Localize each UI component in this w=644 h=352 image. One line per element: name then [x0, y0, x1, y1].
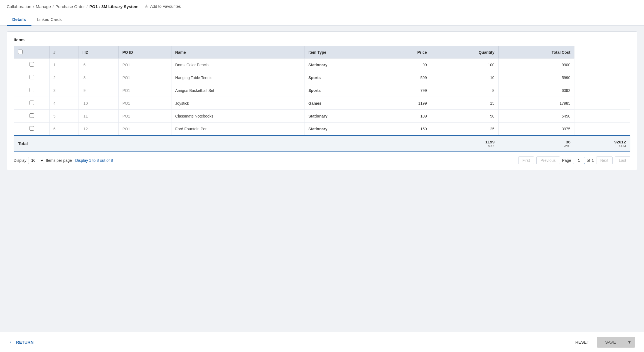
items-per-page-select[interactable]: 10 5 20 50 100	[28, 157, 44, 164]
row-price: 599	[381, 71, 431, 84]
pagination-right: First Previous Page of 1 Next Last	[518, 157, 630, 164]
select-all-checkbox[interactable]	[18, 50, 23, 54]
row-quantity: 100	[431, 58, 498, 71]
tabs-bar: Details Linked Cards	[0, 13, 644, 26]
return-button[interactable]: ← RETURN	[9, 339, 34, 345]
table-row: 2I8PO1Hanging Table TennisSports59910599…	[14, 71, 630, 84]
row-name: Hanging Table Tennis	[171, 71, 304, 84]
pagination-left: Display 10 5 20 50 100 Items per page Di…	[14, 157, 515, 164]
page-number-input[interactable]	[573, 157, 585, 164]
table-row: 5I11PO1Classmate NotebooksStationary1095…	[14, 110, 630, 123]
table-row: 4I10PO1JoystickGames11991517985	[14, 97, 630, 110]
col-header-quantity: Quantity	[431, 46, 498, 58]
save-btn-group: SAVE ▼	[597, 337, 635, 348]
row-price: 1199	[381, 97, 431, 110]
row-name: Joystick	[171, 97, 304, 110]
total-cost-sublabel: SUM	[619, 144, 626, 148]
row-checkbox-cell	[14, 97, 49, 110]
pagination-bar: Display 10 5 20 50 100 Items per page Di…	[14, 157, 630, 164]
row-total-cost: 6392	[498, 84, 574, 97]
total-label: Total	[14, 135, 78, 152]
breadcrumb-sep-2: /	[53, 4, 54, 9]
row-total-cost: 5990	[498, 71, 574, 84]
last-button[interactable]: Last	[615, 157, 630, 164]
breadcrumb-sep-1: /	[33, 4, 34, 9]
tab-linked-cards[interactable]: Linked Cards	[31, 13, 67, 26]
table-header-row: # I ID PO ID Name Item Type Price Quanti…	[14, 46, 630, 58]
return-arrow-icon: ←	[9, 339, 14, 345]
favourite-star-icon[interactable]: ★	[144, 3, 149, 9]
breadcrumb-manage: Manage	[36, 4, 51, 9]
row-quantity: 10	[431, 71, 498, 84]
col-header-price: Price	[381, 46, 431, 58]
first-button[interactable]: First	[518, 157, 534, 164]
row-total-cost: 17985	[498, 97, 574, 110]
total-cost-val: 92612	[614, 140, 626, 144]
total-quantity-sublabel: AVG	[564, 144, 570, 148]
row-item-type: Stationary	[304, 123, 381, 136]
total-cost-cell: 92612 SUM	[574, 135, 630, 152]
row-price: 159	[381, 123, 431, 136]
next-button[interactable]: Next	[596, 157, 613, 164]
row-item-type: Games	[304, 97, 381, 110]
row-checkbox[interactable]	[30, 88, 34, 92]
row-checkbox-cell	[14, 123, 49, 136]
row-poid: PO1	[118, 58, 171, 71]
row-item-type: Sports	[304, 71, 381, 84]
total-price-sublabel: MAX	[488, 144, 495, 148]
items-table: # I ID PO ID Name Item Type Price Quanti…	[14, 46, 630, 152]
col-header-num: #	[49, 46, 78, 58]
row-name: Classmate Notebooks	[171, 110, 304, 123]
row-price: 99	[381, 58, 431, 71]
save-dropdown-button[interactable]: ▼	[624, 337, 635, 348]
items-title: Items	[14, 37, 630, 42]
total-price-val: 1199	[485, 140, 495, 144]
previous-button[interactable]: Previous	[536, 157, 560, 164]
action-right: RESET SAVE ▼	[567, 337, 635, 348]
row-quantity: 15	[431, 97, 498, 110]
row-quantity: 25	[431, 123, 498, 136]
row-iid: I8	[78, 71, 118, 84]
breadcrumb-current: PO1 : 3M Library System	[89, 4, 139, 9]
row-checkbox[interactable]	[30, 113, 34, 118]
row-iid: I12	[78, 123, 118, 136]
items-per-page-label: Items per page	[46, 158, 72, 163]
row-checkbox[interactable]	[30, 101, 34, 105]
row-num: 4	[49, 97, 78, 110]
main-content: Items # I ID PO ID Name Item Type Price …	[0, 26, 644, 176]
row-poid: PO1	[118, 110, 171, 123]
row-iid: I11	[78, 110, 118, 123]
total-price-cell: 1199 MAX	[431, 135, 498, 152]
page-label: Page	[562, 158, 571, 163]
page-total: 1	[592, 158, 594, 163]
row-poid: PO1	[118, 123, 171, 136]
row-checkbox[interactable]	[30, 62, 34, 67]
row-quantity: 50	[431, 110, 498, 123]
row-checkbox[interactable]	[30, 75, 34, 79]
table-row: 6I12PO1Ford Fountain PenStationary159253…	[14, 123, 630, 136]
total-spacer	[78, 135, 431, 152]
col-header-checkbox	[14, 46, 49, 58]
row-num: 1	[49, 58, 78, 71]
row-total-cost: 3975	[498, 123, 574, 136]
breadcrumb-collaboration: Collaboration	[7, 4, 31, 9]
row-checkbox-cell	[14, 71, 49, 84]
row-checkbox[interactable]	[30, 126, 34, 131]
row-num: 2	[49, 71, 78, 84]
display-count: Display 1 to 8 out of 8	[75, 158, 113, 163]
col-header-total-cost: Total Cost	[498, 46, 574, 58]
display-label: Display	[14, 158, 26, 163]
row-item-type: Sports	[304, 84, 381, 97]
table-row: 1I6PO1Doms Color PencilsStationary991009…	[14, 58, 630, 71]
total-quantity-val: 36	[566, 140, 571, 144]
row-checkbox-cell	[14, 58, 49, 71]
total-quantity-cell: 36 AVG	[498, 135, 574, 152]
row-total-cost: 5450	[498, 110, 574, 123]
row-num: 5	[49, 110, 78, 123]
reset-button[interactable]: RESET	[567, 337, 597, 347]
save-button[interactable]: SAVE	[597, 337, 624, 348]
add-favourites-link[interactable]: Add to Favourites	[150, 4, 181, 9]
tab-details[interactable]: Details	[7, 13, 31, 26]
row-poid: PO1	[118, 84, 171, 97]
row-name: Amigos Basketball Set	[171, 84, 304, 97]
